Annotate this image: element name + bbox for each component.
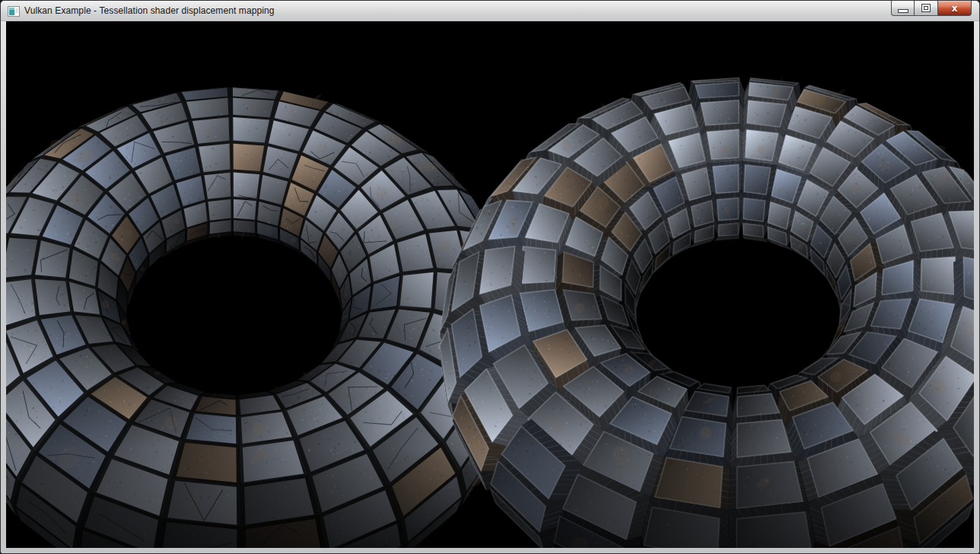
application-window: Vulkan Example - Tessellation shader dis…: [0, 0, 980, 554]
vulkan-render-viewport[interactable]: [6, 21, 974, 548]
close-button[interactable]: x: [938, 1, 972, 16]
titlebar[interactable]: Vulkan Example - Tessellation shader dis…: [1, 1, 979, 21]
application-icon: [8, 5, 20, 18]
close-icon: x: [952, 2, 958, 15]
maximize-icon: [921, 4, 931, 12]
window-title: Vulkan Example - Tessellation shader dis…: [24, 1, 275, 21]
minimize-icon: [898, 9, 908, 13]
maximize-button[interactable]: [915, 1, 938, 16]
window-controls: x: [891, 1, 972, 16]
minimize-button[interactable]: [891, 1, 915, 16]
